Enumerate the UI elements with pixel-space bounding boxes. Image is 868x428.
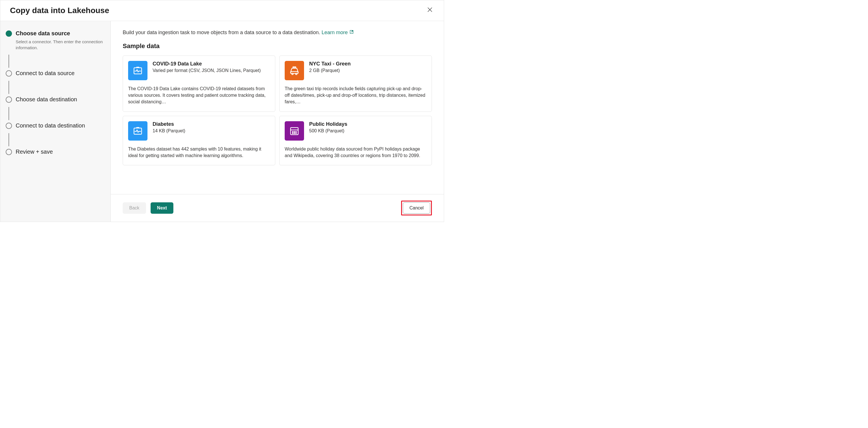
learn-more-label: Learn more: [321, 30, 348, 36]
step-title: Connect to data destination: [16, 122, 105, 129]
svg-point-9: [294, 131, 295, 132]
step-title: Choose data destination: [16, 96, 105, 103]
card-description: The COVID-19 Data Lake contains COVID-19…: [128, 86, 270, 105]
main-content: Build your data ingestion task to move o…: [111, 21, 444, 194]
svg-rect-2: [291, 71, 298, 73]
main-panel: Build your data ingestion task to move o…: [111, 21, 444, 222]
step-choose-data-destination[interactable]: Choose data destination: [5, 96, 105, 105]
step-connect-to-data-source[interactable]: Connect to data source: [5, 69, 105, 79]
intro-text: Build your data ingestion task to move o…: [123, 30, 432, 36]
svg-rect-5: [293, 67, 296, 68]
step-connector: [8, 133, 9, 146]
card-diabetes[interactable]: Diabetes 14 KB (Parquet) The Diabetes da…: [123, 116, 275, 165]
external-link-icon: [349, 30, 354, 36]
card-public-holidays[interactable]: Public Holidays 500 KB (Parquet) Worldwi…: [279, 116, 432, 165]
svg-point-10: [296, 131, 297, 132]
card-subtitle: Varied per format (CSV, JSON, JSON Lines…: [153, 67, 261, 74]
step-review-save[interactable]: Review + save: [5, 148, 105, 158]
step-description: Select a connector. Then enter the conne…: [16, 39, 105, 51]
dialog-body: Choose data source Select a connector. T…: [0, 21, 444, 222]
card-title: Diabetes: [153, 121, 185, 127]
card-title: COVID-19 Data Lake: [153, 61, 261, 67]
svg-point-8: [292, 131, 293, 132]
step-indicator-icon: [6, 149, 12, 155]
card-description: The Diabetes dataset has 442 samples wit…: [128, 146, 270, 159]
svg-point-13: [296, 133, 297, 134]
card-title: NYC Taxi - Green: [309, 61, 351, 67]
intro-sentence: Build your data ingestion task to move o…: [123, 30, 321, 35]
cancel-highlight: Cancel: [401, 201, 432, 216]
step-indicator-icon: [6, 123, 12, 129]
wizard-steps: Choose data source Select a connector. T…: [0, 21, 111, 222]
card-description: The green taxi trip records include fiel…: [285, 86, 427, 105]
svg-point-12: [294, 133, 295, 134]
step-indicator-icon: [6, 96, 12, 103]
card-subtitle: 2 GB (Parquet): [309, 67, 351, 74]
step-connector: [8, 81, 9, 94]
step-connector: [8, 107, 9, 120]
svg-point-3: [292, 73, 293, 74]
card-subtitle: 500 KB (Parquet): [309, 128, 347, 134]
learn-more-link[interactable]: Learn more: [321, 30, 354, 36]
svg-point-11: [292, 133, 293, 134]
close-button[interactable]: [426, 5, 434, 15]
card-nyc-taxi-green[interactable]: NYC Taxi - Green 2 GB (Parquet) The gree…: [279, 56, 432, 112]
next-button[interactable]: Next: [151, 202, 174, 214]
step-title: Review + save: [16, 148, 105, 155]
sample-data-cards: COVID-19 Data Lake Varied per format (CS…: [123, 56, 432, 165]
dialog-title: Copy data into Lakehouse: [10, 6, 109, 15]
copy-data-dialog: Copy data into Lakehouse Choose data sou…: [0, 0, 444, 222]
card-description: Worldwide public holiday data sourced fr…: [285, 146, 427, 159]
step-indicator-icon: [6, 30, 12, 37]
health-monitor-icon: [128, 61, 148, 80]
step-connect-to-data-destination[interactable]: Connect to data destination: [5, 122, 105, 131]
back-button: Back: [123, 202, 146, 214]
svg-point-4: [296, 73, 297, 74]
taxi-icon: [285, 61, 304, 80]
section-title-sample-data: Sample data: [123, 42, 432, 50]
cancel-button[interactable]: Cancel: [403, 202, 430, 214]
step-choose-data-source[interactable]: Choose data source Select a connector. T…: [5, 30, 105, 53]
dialog-header: Copy data into Lakehouse: [0, 0, 444, 21]
dialog-footer: Back Next Cancel: [111, 194, 444, 222]
step-title: Connect to data source: [16, 69, 105, 77]
step-connector: [8, 55, 9, 68]
step-indicator-icon: [6, 70, 12, 76]
card-title: Public Holidays: [309, 121, 347, 127]
card-subtitle: 14 KB (Parquet): [153, 128, 185, 134]
step-title: Choose data source: [16, 30, 105, 37]
calendar-icon: [285, 121, 304, 140]
close-icon: [427, 6, 433, 13]
health-monitor-icon: [128, 121, 148, 140]
card-covid-19-data-lake[interactable]: COVID-19 Data Lake Varied per format (CS…: [123, 56, 275, 112]
